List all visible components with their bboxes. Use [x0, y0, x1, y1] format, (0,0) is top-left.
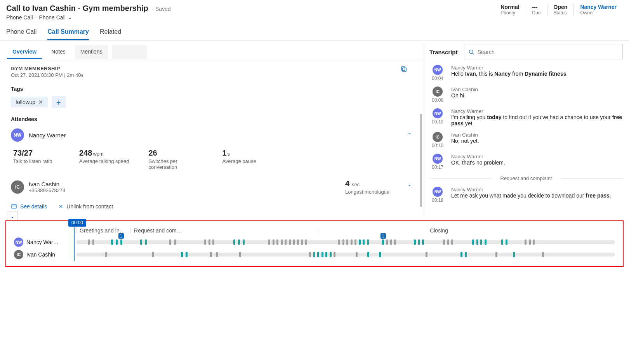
timeline-tick[interactable]	[426, 252, 427, 257]
unlink-contact-link[interactable]: ✕ Unlink from contact	[59, 203, 113, 210]
timeline-tick[interactable]	[525, 239, 526, 245]
status-owner[interactable]: Nancy WarnerOwner	[573, 4, 623, 16]
remove-tag-icon[interactable]: ✕	[38, 99, 43, 105]
timeline-tick[interactable]	[465, 252, 467, 257]
timeline-tick[interactable]	[390, 239, 392, 245]
timeline-tick[interactable]	[169, 239, 171, 245]
tab-call-summary[interactable]: Call Summary	[47, 28, 89, 40]
timeline-segment[interactable]: Closing	[317, 227, 558, 234]
timeline-tick[interactable]	[367, 239, 369, 245]
transcript-entry[interactable]: IC00:08Ivan CashinOh hi.	[429, 87, 623, 103]
timeline-tick[interactable]	[359, 239, 361, 245]
timeline-segment[interactable]: Greetings and in…	[76, 227, 130, 234]
timeline-tick[interactable]	[181, 252, 183, 257]
timeline-tick[interactable]	[239, 252, 241, 257]
playhead-line[interactable]	[74, 227, 75, 261]
timeline-tick[interactable]	[281, 239, 283, 245]
timeline-tick[interactable]	[285, 239, 287, 245]
transcript-entry[interactable]: NW00:10Nancy WarnerI'm calling you today…	[429, 108, 623, 127]
timeline-tick[interactable]	[472, 239, 474, 245]
timeline-tick[interactable]	[363, 239, 365, 245]
attendee-row-ivan[interactable]: IC Ivan Cashin +353892678274 4 sec Longe…	[11, 179, 412, 195]
timeline-segment[interactable]: Request and com…	[130, 227, 317, 234]
timeline-tick[interactable]	[276, 239, 278, 245]
timeline-tick[interactable]	[116, 239, 118, 245]
timeline-tick[interactable]	[140, 239, 142, 245]
timeline-tick[interactable]	[451, 239, 453, 245]
timeline-tick[interactable]	[480, 239, 482, 245]
timeline-tick[interactable]	[309, 252, 311, 257]
timeline-tick[interactable]	[313, 252, 315, 257]
transcript-entry[interactable]: NW00:04Nancy WarnerHello Ivan, this is N…	[429, 65, 623, 81]
timeline-tick[interactable]	[233, 239, 235, 245]
timeline-tick[interactable]	[325, 252, 327, 257]
timeline-tick[interactable]	[152, 252, 154, 257]
timeline-tick[interactable]	[386, 239, 388, 245]
timeline-tick[interactable]	[529, 239, 531, 245]
timeline-tick[interactable]	[204, 239, 206, 245]
timeline-tick[interactable]	[334, 252, 335, 257]
breadcrumb[interactable]: Phone Call · Phone Call ⌄	[6, 14, 171, 21]
chevron-down-icon[interactable]: ⌄	[68, 15, 72, 20]
timeline-tick[interactable]	[145, 239, 147, 245]
timeline-tick[interactable]	[533, 239, 535, 245]
timeline-tick[interactable]	[342, 239, 344, 245]
timeline-tick[interactable]	[418, 239, 420, 245]
timeline-tick[interactable]	[120, 239, 122, 245]
timeline-tick[interactable]	[460, 252, 462, 257]
see-details-link[interactable]: See details	[11, 203, 47, 210]
timeline-tick[interactable]	[210, 252, 212, 257]
timeline-tick[interactable]	[495, 252, 497, 257]
subtab-overview[interactable]: Overview	[7, 45, 42, 59]
timeline-tick[interactable]	[111, 239, 113, 245]
timeline-tick[interactable]	[447, 239, 449, 245]
timeline-tick[interactable]	[443, 239, 445, 245]
timeline-tick[interactable]	[216, 252, 218, 257]
timeline-tick[interactable]	[289, 239, 291, 245]
timeline-tick[interactable]	[354, 239, 356, 245]
timeline-tick[interactable]	[293, 239, 295, 245]
timeline-tick[interactable]	[297, 239, 299, 245]
timeline-tick[interactable]	[513, 252, 515, 257]
add-tag-button[interactable]: ＋	[52, 96, 66, 108]
timeline-tick[interactable]	[338, 239, 340, 245]
timeline-tick[interactable]	[243, 239, 245, 245]
tag-chip[interactable]: followup ✕	[11, 97, 48, 107]
timeline-tick[interactable]	[346, 239, 348, 245]
timeline-tick[interactable]	[174, 239, 176, 245]
subtab-mentions[interactable]: Mentions	[75, 45, 108, 59]
timeline-tick[interactable]	[542, 252, 544, 257]
transcript-entry[interactable]: IC00:15Ivan CashinNo, not yet.	[429, 132, 623, 148]
timeline-tick[interactable]	[506, 239, 507, 245]
timeline-tick[interactable]	[238, 239, 240, 245]
timeline-tick[interactable]	[351, 239, 353, 245]
timeline-tick[interactable]	[105, 252, 107, 257]
timeline-marker[interactable]: 1	[118, 233, 124, 239]
timeline-tick[interactable]	[485, 239, 487, 245]
timeline-tick[interactable]	[305, 239, 307, 245]
timeline-tick[interactable]	[92, 239, 94, 245]
search-input[interactable]	[478, 49, 619, 55]
timeline-tick[interactable]	[88, 239, 90, 245]
timeline-tick[interactable]	[268, 239, 270, 245]
timeline-tick[interactable]	[367, 252, 369, 257]
timeline-tick[interactable]	[317, 252, 319, 257]
timeline-marker[interactable]: 1	[381, 233, 386, 239]
tab-related[interactable]: Related	[100, 28, 121, 40]
timeline-tick[interactable]	[476, 239, 478, 245]
timeline-tick[interactable]	[330, 252, 332, 257]
copy-icon[interactable]	[400, 66, 407, 74]
timeline-tick[interactable]	[301, 239, 303, 245]
attendee-row-nancy[interactable]: NW Nancy Warner ⌃	[11, 128, 412, 142]
timeline-tick[interactable]	[394, 239, 396, 245]
expand-toggle[interactable]: ⌄	[7, 211, 18, 220]
timeline-tick[interactable]	[356, 252, 358, 257]
subtab-notes[interactable]: Notes	[46, 45, 71, 59]
timeline-tick[interactable]	[422, 239, 424, 245]
timeline-tick[interactable]	[379, 252, 381, 257]
timeline-tick[interactable]	[321, 252, 323, 257]
chevron-up-icon[interactable]: ⌃	[407, 184, 412, 190]
timeline-track[interactable]: 11	[76, 240, 615, 244]
timeline-tick[interactable]	[273, 239, 275, 245]
search-box[interactable]	[464, 45, 623, 59]
